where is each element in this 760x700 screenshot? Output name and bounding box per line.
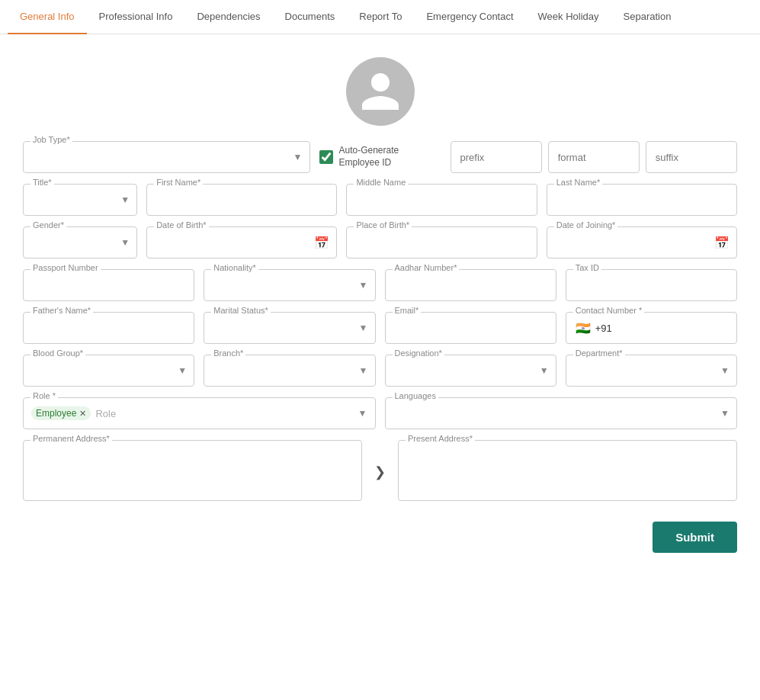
role-chevron-icon: ▼ [358, 408, 367, 419]
designation-field: Designation* ▼ [385, 355, 556, 387]
job-type-label: Job Type* [30, 135, 72, 144]
aadhar-number-field: Aadhar Number* [385, 269, 556, 301]
middle-name-field: Middle Name [346, 184, 537, 216]
tab-general-info[interactable]: General Info [8, 0, 87, 34]
email-label: Email* [393, 306, 422, 315]
last-name-field: Last Name* [547, 184, 737, 216]
tab-emergency-contact[interactable]: Emergency Contact [414, 0, 525, 34]
submit-button[interactable]: Submit [653, 522, 737, 553]
permanent-address-label: Permanent Address* [30, 434, 112, 443]
role-field: Role * Employee ✕ Role ▼ [23, 397, 376, 429]
india-flag-icon: 🇮🇳 [576, 321, 591, 336]
branch-field: Branch* ▼ [204, 355, 375, 387]
submit-row: Submit [23, 514, 737, 553]
designation-label: Designation* [393, 348, 444, 358]
employee-chip: Employee ✕ [31, 406, 91, 420]
row-blood-branch: Blood Group* ▼ Branch* ▼ Desig [23, 355, 737, 387]
tab-professional-info[interactable]: Professional Info [87, 0, 185, 34]
blood-group-label: Blood Group* [30, 348, 85, 358]
permanent-address-field: Permanent Address* [23, 440, 362, 503]
role-input-area[interactable]: Employee ✕ Role ▼ [23, 397, 376, 429]
email-field: Email* [385, 312, 556, 344]
fathers-name-label: Father's Name* [30, 306, 93, 315]
passport-number-field: Passport Number [23, 269, 194, 301]
fathers-name-input[interactable] [23, 312, 194, 344]
aadhar-number-input[interactable] [385, 269, 556, 301]
tax-id-input[interactable] [566, 269, 737, 301]
department-select[interactable] [566, 355, 737, 387]
department-field: Department* ▼ [566, 355, 737, 387]
row-job-type: ▼ Job Type* Auto-GenerateEmployee ID [23, 141, 737, 173]
first-name-input[interactable] [146, 184, 337, 216]
job-type-field: ▼ Job Type* [23, 141, 310, 173]
nationality-select[interactable] [204, 269, 375, 301]
email-input[interactable] [385, 312, 556, 344]
date-of-joining-label: Date of Joining* [554, 220, 618, 230]
dob-input[interactable] [146, 226, 337, 258]
blood-group-select[interactable] [23, 355, 194, 387]
avatar[interactable] [346, 57, 415, 126]
contact-number-input-area[interactable]: 🇮🇳 +91 [566, 312, 737, 344]
first-name-field: First Name* [146, 184, 337, 216]
contact-number-label: Contact Number * [573, 306, 644, 315]
last-name-input[interactable] [547, 184, 737, 216]
title-label: Title* [30, 178, 54, 187]
form-area: ▼ Job Type* Auto-GenerateEmployee ID [0, 141, 760, 576]
main-container: General Info Professional Info Dependenc… [0, 0, 760, 700]
tax-id-label: Tax ID [573, 263, 601, 272]
contact-code: +91 [595, 323, 612, 334]
format-input[interactable] [548, 141, 640, 173]
place-of-birth-label: Place of Birth* [354, 220, 412, 230]
nationality-field: Nationality* ▼ [204, 269, 375, 301]
first-name-label: First Name* [154, 178, 203, 187]
auto-generate-label: Auto-GenerateEmployee ID [339, 145, 399, 169]
date-of-joining-input[interactable] [547, 226, 737, 258]
tab-dependencies[interactable]: Dependencies [184, 0, 272, 34]
auto-generate-checkbox[interactable] [319, 150, 333, 164]
contact-number-field: Contact Number * 🇮🇳 +91 [566, 312, 737, 344]
chip-close-icon[interactable]: ✕ [79, 409, 86, 419]
place-of-birth-input[interactable] [346, 226, 537, 258]
marital-status-field: Marital Status* ▼ [204, 312, 375, 344]
dob-field: Date of Birth* 📅 [146, 226, 337, 258]
row-passport: Passport Number Nationality* ▼ Aadhar Nu… [23, 269, 737, 301]
gender-select[interactable] [23, 226, 137, 258]
branch-label: Branch* [211, 348, 245, 358]
present-address-label: Present Address* [406, 434, 475, 443]
avatar-section [0, 34, 760, 141]
row-address: Permanent Address* ❯ Present Address* [23, 440, 737, 503]
auto-generate-section: Auto-GenerateEmployee ID [319, 145, 441, 169]
middle-name-label: Middle Name [354, 178, 408, 187]
row-role-languages: Role * Employee ✕ Role ▼ Languages ▼ [23, 397, 737, 429]
job-type-select[interactable] [23, 141, 310, 173]
gender-field: Gender* ▼ [23, 226, 137, 258]
suffix-field [646, 141, 737, 173]
tab-separation[interactable]: Separation [611, 0, 684, 34]
aadhar-number-label: Aadhar Number* [393, 263, 460, 272]
tab-report-to[interactable]: Report To [347, 0, 414, 34]
date-of-joining-field: Date of Joining* 📅 [547, 226, 737, 258]
tab-documents[interactable]: Documents [273, 0, 348, 34]
tax-id-field: Tax ID [566, 269, 737, 301]
gender-label: Gender* [30, 220, 66, 230]
row-gender-dob: Gender* ▼ Date of Birth* 📅 Place of Birt… [23, 226, 737, 258]
title-select[interactable] [23, 184, 137, 216]
tab-week-holiday[interactable]: Week Holiday [526, 0, 611, 34]
chip-label: Employee [36, 408, 76, 419]
copy-address-arrow-icon[interactable]: ❯ [371, 464, 389, 480]
present-address-input[interactable] [398, 440, 737, 501]
middle-name-input[interactable] [346, 184, 537, 216]
marital-status-select[interactable] [204, 312, 375, 344]
title-field: Title* ▼ [23, 184, 137, 216]
prefix-input[interactable] [451, 141, 542, 173]
branch-select[interactable] [204, 355, 375, 387]
languages-select[interactable] [385, 397, 738, 429]
designation-select[interactable] [385, 355, 556, 387]
role-placeholder: Role [95, 408, 353, 419]
passport-number-input[interactable] [23, 269, 194, 301]
fathers-name-field: Father's Name* [23, 312, 194, 344]
row-father-marital: Father's Name* Marital Status* ▼ Email* … [23, 312, 737, 344]
permanent-address-input[interactable] [23, 440, 362, 501]
nationality-label: Nationality* [211, 263, 258, 272]
suffix-input[interactable] [646, 141, 737, 173]
